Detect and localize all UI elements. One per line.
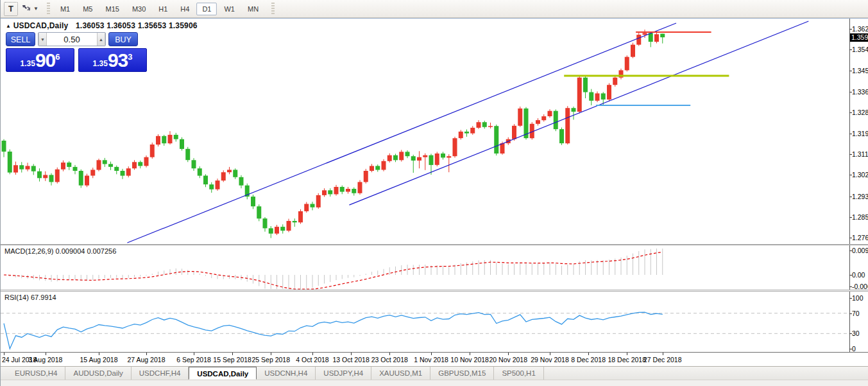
timeframe-button-mn[interactable]: MN [242, 3, 264, 15]
price-axis-label: 1.29375 [852, 193, 868, 200]
price-axis-tick [849, 49, 852, 50]
candle [31, 164, 36, 175]
price-axis-label: 1.27675 [852, 234, 868, 241]
timeframe-button-h1[interactable]: H1 [153, 3, 173, 15]
candle [19, 162, 24, 172]
chart-tab-sp500[interactable]: SP500,H1 [494, 367, 543, 380]
chart-tab-xauusd[interactable]: XAUUSD,M1 [371, 367, 430, 380]
candle [90, 168, 95, 178]
chart-tab-eurusd[interactable]: EURUSD,H4 [7, 367, 65, 380]
candle [548, 109, 552, 118]
price-axis-label: 1.32825 [852, 109, 868, 116]
candle [477, 120, 481, 129]
toolbar-grip [47, 3, 50, 15]
timeframe-button-m30[interactable]: M30 [126, 3, 151, 15]
text-tool-button[interactable]: T [4, 2, 18, 16]
time-axis[interactable]: 24 Jul 20183 Aug 201815 Aug 201827 Aug 2… [1, 353, 868, 366]
chart-tab-usdjpy[interactable]: USDJPY,H4 [316, 367, 371, 380]
candle [233, 168, 237, 179]
time-axis-tick [663, 353, 663, 355]
candle [494, 125, 498, 155]
candle [447, 154, 451, 172]
main-chart-panel: ▲ USDCAD,Daily 1.36053 1.36053 1.35653 1… [1, 18, 868, 245]
volume-increase-button[interactable]: ▲ [97, 33, 105, 46]
chart-tab-audusd[interactable]: AUDUSD,Daily [65, 367, 131, 380]
candle [411, 155, 416, 173]
timeframe-button-h4[interactable]: H4 [174, 3, 195, 15]
sell-price-box[interactable]: 1.35906 [6, 48, 74, 72]
price-axis-label: 1.30250 [852, 171, 868, 179]
timeframe-button-d1[interactable]: D1 [196, 3, 217, 15]
time-axis-tick [4, 353, 4, 355]
candle [216, 179, 220, 191]
candle [625, 55, 629, 71]
buy-price-box[interactable]: 1.35933 [78, 48, 147, 72]
collapse-marker-icon[interactable]: ▲ [6, 23, 11, 29]
buy-price-prefix: 1.35 [93, 57, 108, 70]
price-axis-tick [849, 71, 852, 71]
candle [399, 150, 404, 161]
chart-tab-usdcnh[interactable]: USDCNH,H4 [257, 367, 316, 380]
timeframe-button-m1[interactable]: M1 [55, 3, 76, 15]
price-axis-tick [849, 197, 852, 197]
macd-axis-tick [849, 275, 852, 276]
rsi-axis-separator [849, 292, 850, 352]
candle [370, 164, 374, 172]
candle [583, 76, 588, 98]
current-price-tag: 1.35906 [850, 33, 868, 42]
volume-decrease-button[interactable]: ▼ [38, 33, 47, 46]
price-axis-label: 1.33675 [852, 88, 868, 96]
chart-tab-gbpusd[interactable]: GBPUSD,M15 [430, 367, 494, 380]
rsi-panel: RSI(14) 67.9914 10070300 [1, 292, 868, 353]
buy-price-big: 93 [108, 51, 128, 70]
channel-trendline-2[interactable] [349, 21, 808, 205]
candle [613, 76, 617, 87]
macd-axis-label: 0.00 [852, 271, 865, 279]
price-axis-tick [849, 154, 852, 155]
candle [660, 34, 665, 44]
sell-button[interactable]: SELL [6, 32, 35, 46]
time-axis-tick [232, 353, 233, 355]
chart-ohlc-title: ▲ USDCAD,Daily 1.36053 1.36053 1.35653 1… [6, 21, 198, 30]
candle [441, 152, 445, 159]
candle [108, 162, 113, 170]
time-axis-label: 8 Dec 2018 [571, 356, 606, 364]
time-axis-label: 25 Sep 2018 [251, 356, 290, 364]
timeframe-button-m5[interactable]: M5 [77, 3, 98, 15]
macd-signal-value: 0.007256 [87, 247, 116, 255]
candle [8, 150, 12, 175]
candle [358, 180, 362, 195]
candle [168, 131, 173, 145]
rsi-label: RSI(14) 67.9914 [4, 294, 56, 301]
candle [364, 169, 368, 184]
arrows-tool-button[interactable]: ▼ [21, 2, 39, 16]
status-strip [1, 380, 868, 386]
macd-surface[interactable] [1, 245, 849, 290]
time-axis-label: 13 Oct 2018 [333, 356, 370, 364]
time-axis-tick [271, 353, 271, 355]
channel-trendline-1[interactable] [127, 23, 676, 243]
rsi-surface[interactable] [1, 292, 849, 352]
price-axis-tick [849, 92, 852, 92]
candle [97, 159, 101, 171]
candle [482, 121, 487, 129]
timeframe-button-w1[interactable]: W1 [218, 3, 241, 15]
candle [654, 31, 659, 43]
time-axis-tick [550, 353, 550, 355]
candle [435, 152, 439, 166]
volume-input[interactable] [47, 33, 97, 46]
sell-price-pip: 6 [55, 49, 60, 66]
candle [298, 209, 303, 224]
candle [239, 175, 244, 188]
chart-tab-usdchf[interactable]: USDCHF,H4 [132, 367, 189, 380]
timeframe-button-m15[interactable]: M15 [99, 3, 124, 15]
candle [595, 91, 600, 102]
candle [144, 155, 149, 168]
candle [541, 114, 546, 121]
price-axis-tick [849, 238, 852, 238]
buy-button[interactable]: BUY [108, 32, 138, 46]
candle [536, 118, 540, 125]
candle [67, 161, 71, 170]
chart-tab-usdcad[interactable]: USDCAD,Daily [189, 367, 257, 380]
candle [2, 139, 6, 157]
